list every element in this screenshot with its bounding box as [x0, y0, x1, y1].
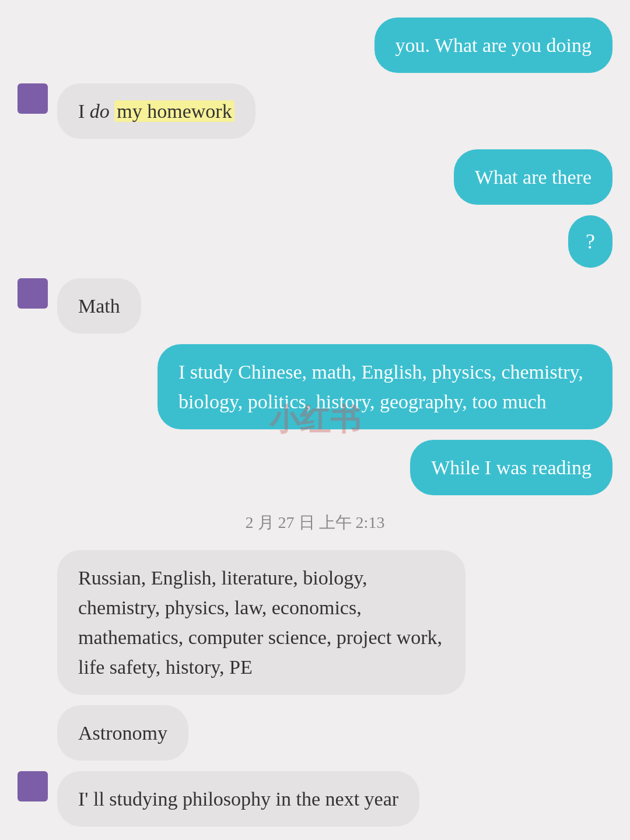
avatar [18, 83, 48, 114]
message-row-outgoing: While I was reading [18, 440, 612, 495]
text-highlighted: my homework [114, 100, 234, 122]
chat-bubble-outgoing: I study Chinese, math, English, physics,… [158, 344, 612, 429]
text-italic: do [90, 100, 110, 122]
chat-bubble-outgoing-small: ? [568, 215, 612, 268]
message-row-incoming-no-avatar: Russian, English, literature, biology, c… [18, 550, 612, 695]
chat-bubble-incoming: Russian, English, literature, biology, c… [57, 550, 466, 695]
message-row-incoming: I do my homework [18, 83, 612, 139]
text-plain: I [78, 100, 90, 122]
message-row-incoming-no-avatar: Astronomy [18, 705, 612, 761]
message-row-incoming: Math [18, 278, 612, 334]
message-row-outgoing: I study Chinese, math, English, physics,… [18, 344, 612, 429]
avatar [18, 771, 48, 802]
chat-bubble-outgoing: What are there [454, 149, 612, 205]
message-row-outgoing: What are there [18, 149, 612, 205]
timestamp: 2 月 27 日 上午 2:13 [18, 512, 612, 534]
chat-bubble-incoming: I' ll studying philosophy in the next ye… [57, 771, 419, 827]
chat-bubble-incoming: Math [57, 278, 141, 334]
message-row-outgoing: you. What are you doing [18, 18, 612, 73]
chat-bubble-outgoing: you. What are you doing [374, 18, 612, 73]
chat-container: you. What are you doing I do my homework… [0, 12, 630, 832]
message-row-outgoing-small: ? [18, 215, 612, 268]
chat-bubble-incoming: I do my homework [57, 83, 256, 139]
chat-bubble-outgoing: While I was reading [410, 440, 612, 495]
avatar [18, 278, 48, 309]
message-row-incoming: I' ll studying philosophy in the next ye… [18, 771, 612, 827]
chat-bubble-incoming: Astronomy [57, 705, 188, 761]
